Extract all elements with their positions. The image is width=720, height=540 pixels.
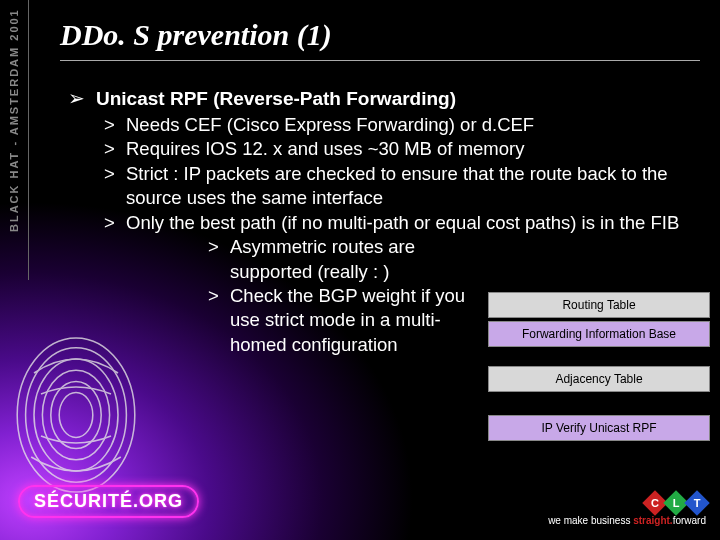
sidebar-conference-label: BLACK HAT - AMSTERDAM 2001 xyxy=(2,0,26,280)
diagram-routing-table-box: Routing Table xyxy=(488,292,710,318)
bidir-arrows-icon: ↕↕ xyxy=(488,350,710,366)
diagram-rpf-box: IP Verify Unicast RPF xyxy=(488,415,710,441)
sub-bullet-text: Requires IOS 12. x and uses ~30 MB of me… xyxy=(126,137,524,161)
svg-point-3 xyxy=(34,359,118,471)
bullet-heading: Unicast RPF (Reverse-Path Forwarding) xyxy=(96,86,456,111)
svg-point-2 xyxy=(42,370,109,460)
sub-bullet-text: Asymmetric routes are supported (really … xyxy=(230,235,468,284)
fingerprint-icon xyxy=(6,330,146,500)
sub-bullet-mark: > xyxy=(208,284,230,357)
diagram-fib-box: Forwarding Information Base xyxy=(488,321,710,347)
footer-brand: C L T we make business straight.forward xyxy=(548,494,706,526)
sub-bullet-text: Only the best path (if no multi-path or … xyxy=(126,211,679,235)
sub-bullet-text: Check the BGP weight if you use strict m… xyxy=(230,284,468,357)
sub-bullet-mark: > xyxy=(104,113,126,137)
slide-title: DDo. S prevention (1) xyxy=(60,18,332,52)
svg-point-1 xyxy=(51,381,101,448)
svg-point-5 xyxy=(17,338,135,492)
title-underline xyxy=(60,60,700,61)
sub-bullet-text: Strict : IP packets are checked to ensur… xyxy=(126,162,700,211)
sub-bullet-mark: > xyxy=(104,137,126,161)
sub-bullet-mark: > xyxy=(208,235,230,284)
rpf-diagram: Routing Table ↓ Forwarding Information B… xyxy=(488,292,710,444)
up-arrow-icon: ↑ xyxy=(592,397,606,411)
arrow-bullet-icon: ➢ xyxy=(68,86,96,111)
clt-c-icon: C xyxy=(646,494,664,512)
footer-tagline: we make business straight.forward xyxy=(548,515,706,526)
clt-t-icon: T xyxy=(688,494,706,512)
sub-bullet-text: Needs CEF (Cisco Express Forwarding) or … xyxy=(126,113,534,137)
securite-org-logo: SÉCURITÉ.ORG xyxy=(18,485,199,518)
sidebar-divider xyxy=(28,0,29,280)
svg-point-0 xyxy=(59,393,93,438)
clt-l-icon: L xyxy=(667,494,685,512)
sub-bullet-mark: > xyxy=(104,162,126,211)
diagram-adjacency-box: Adjacency Table xyxy=(488,366,710,392)
sub-bullet-mark: > xyxy=(104,211,126,235)
